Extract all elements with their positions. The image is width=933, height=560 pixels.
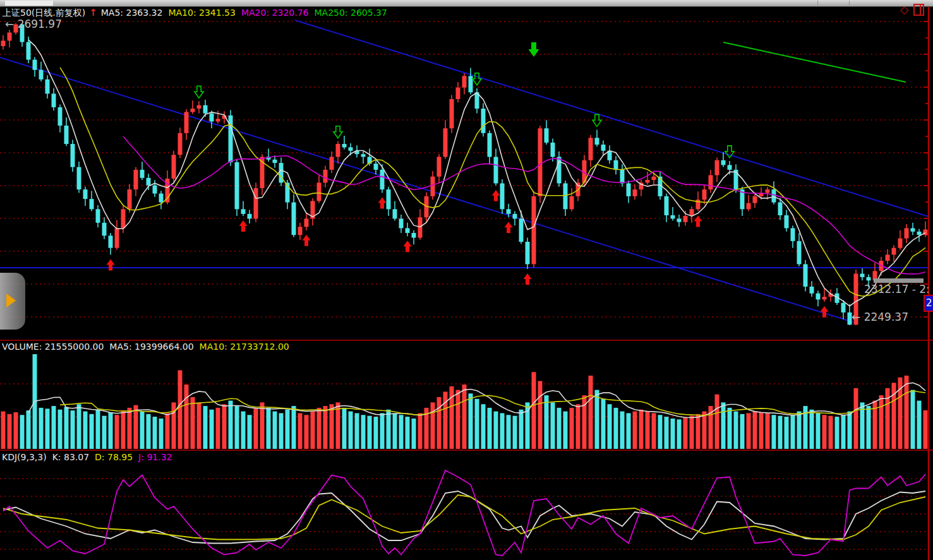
volume-bar[interactable]: [633, 412, 637, 449]
volume-bar[interactable]: [323, 406, 328, 449]
candle[interactable]: [797, 241, 802, 265]
volume-bar[interactable]: [595, 390, 599, 449]
candle[interactable]: [614, 160, 618, 170]
candle[interactable]: [860, 274, 865, 277]
candle[interactable]: [488, 133, 492, 157]
candle[interactable]: [128, 189, 132, 209]
candle[interactable]: [387, 189, 391, 209]
volume-bar[interactable]: [848, 412, 852, 449]
toolbar-button[interactable]: [5, 1, 53, 6]
volume-bar[interactable]: [83, 412, 88, 449]
volume-bar[interactable]: [64, 407, 69, 449]
candle[interactable]: [304, 218, 309, 227]
volume-bar[interactable]: [791, 415, 795, 449]
volume-bar[interactable]: [292, 406, 296, 449]
candle[interactable]: [532, 196, 536, 265]
volume-bar[interactable]: [102, 416, 107, 449]
volume-bar[interactable]: [772, 415, 776, 449]
volume-bar[interactable]: [222, 404, 227, 449]
candle[interactable]: [83, 189, 88, 199]
candle[interactable]: [77, 167, 81, 190]
volume-bar[interactable]: [248, 415, 252, 449]
volume-bar[interactable]: [500, 413, 505, 449]
candle[interactable]: [627, 183, 631, 196]
candle[interactable]: [513, 214, 517, 219]
candle[interactable]: [153, 186, 157, 194]
volume-bar[interactable]: [627, 413, 631, 449]
candle[interactable]: [147, 178, 151, 186]
candle[interactable]: [911, 228, 915, 231]
volume-bar[interactable]: [431, 402, 435, 449]
candle[interactable]: [443, 128, 448, 157]
volume-bar[interactable]: [109, 412, 113, 449]
volume-bar[interactable]: [671, 419, 675, 449]
volume-bar[interactable]: [917, 401, 922, 449]
candle[interactable]: [702, 189, 707, 200]
candle[interactable]: [526, 242, 530, 265]
candle[interactable]: [33, 60, 37, 70]
candle[interactable]: [778, 203, 783, 215]
volume-bar[interactable]: [216, 408, 220, 449]
volume-bar[interactable]: [911, 390, 915, 449]
volume-bar[interactable]: [121, 410, 126, 449]
volume-bar[interactable]: [456, 390, 460, 449]
volume-bar[interactable]: [52, 406, 56, 449]
candle[interactable]: [64, 126, 69, 144]
candle[interactable]: [772, 189, 776, 202]
volume-bar[interactable]: [172, 402, 176, 449]
volume-bar[interactable]: [639, 410, 644, 449]
candle[interactable]: [924, 230, 928, 235]
candle[interactable]: [1, 40, 6, 46]
volume-bar[interactable]: [330, 404, 334, 449]
split-window-icon[interactable]: [913, 4, 924, 16]
volume-bar[interactable]: [608, 404, 612, 449]
volume-bar[interactable]: [267, 408, 271, 449]
candle[interactable]: [437, 157, 442, 176]
candle[interactable]: [52, 93, 56, 107]
candle[interactable]: [683, 216, 688, 222]
candle[interactable]: [191, 109, 195, 112]
candle[interactable]: [121, 209, 126, 228]
volume-bar[interactable]: [210, 410, 214, 449]
candle[interactable]: [507, 209, 511, 214]
volume-bar[interactable]: [27, 410, 31, 449]
volume-bar[interactable]: [854, 388, 858, 449]
candle[interactable]: [115, 228, 119, 247]
candle[interactable]: [159, 194, 164, 203]
candle[interactable]: [216, 119, 220, 121]
volume-bar[interactable]: [184, 384, 189, 449]
volume-bar[interactable]: [570, 408, 574, 449]
volume-bar[interactable]: [374, 417, 378, 449]
candle[interactable]: [336, 144, 340, 157]
candle[interactable]: [90, 199, 94, 209]
volume-bar[interactable]: [620, 412, 625, 449]
candle[interactable]: [71, 144, 75, 167]
volume-bar[interactable]: [652, 413, 656, 449]
volume-bar[interactable]: [481, 404, 486, 449]
volume-bar[interactable]: [816, 413, 821, 449]
volume-bar[interactable]: [696, 414, 701, 449]
volume-bar[interactable]: [361, 415, 366, 449]
candle[interactable]: [721, 160, 726, 165]
candle[interactable]: [791, 228, 795, 241]
candle[interactable]: [361, 154, 366, 157]
candle[interactable]: [27, 42, 31, 60]
volume-bar[interactable]: [513, 416, 517, 449]
volume-bar[interactable]: [551, 402, 555, 449]
candle[interactable]: [810, 287, 814, 294]
volume-bar[interactable]: [77, 404, 81, 449]
volume-bar[interactable]: [702, 412, 707, 449]
volume-bar[interactable]: [1, 412, 6, 449]
candle[interactable]: [804, 264, 808, 287]
volume-bar[interactable]: [507, 415, 511, 449]
volume-bar[interactable]: [241, 412, 246, 449]
candle[interactable]: [822, 297, 827, 299]
candle[interactable]: [241, 209, 246, 214]
volume-bar[interactable]: [380, 413, 385, 449]
volume-bar[interactable]: [273, 412, 277, 449]
candle[interactable]: [652, 177, 656, 180]
volume-bar[interactable]: [563, 412, 568, 449]
candle[interactable]: [601, 145, 606, 151]
candle[interactable]: [563, 183, 568, 209]
volume-bar[interactable]: [166, 413, 170, 449]
